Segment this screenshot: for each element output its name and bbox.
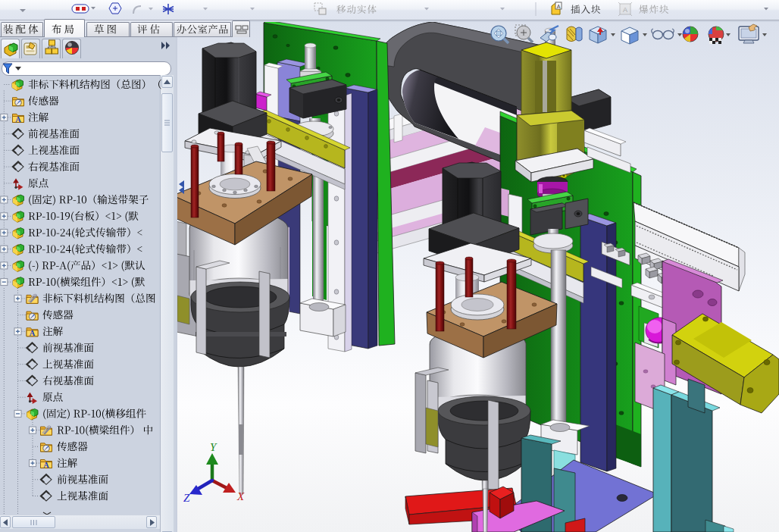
svg-text:A: A: [15, 115, 21, 124]
svg-text:A: A: [30, 329, 36, 337]
svg-text:A: A: [623, 6, 627, 14]
svg-text:A: A: [43, 461, 49, 469]
svg-text:X: X: [236, 490, 245, 502]
svg-text:Z: Z: [183, 492, 190, 504]
svg-text:A: A: [557, 4, 561, 9]
